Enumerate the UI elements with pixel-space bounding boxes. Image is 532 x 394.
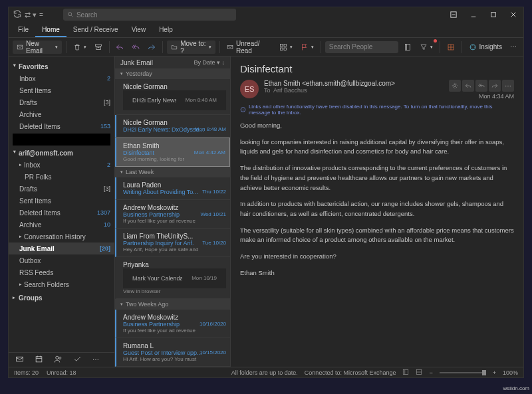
close-button[interactable] <box>503 7 523 22</box>
message-item[interactable]: Nicole GormanDH2i Early News: DxOdysse..… <box>115 115 230 138</box>
list-group[interactable]: Yesterday <box>115 68 230 79</box>
zoom-out[interactable]: − <box>429 369 432 376</box>
reply-button[interactable] <box>113 41 126 54</box>
reply-all-action[interactable] <box>475 80 487 92</box>
zoom-in[interactable]: + <box>493 369 496 376</box>
addin-button[interactable] <box>444 41 458 54</box>
to-label: To <box>264 87 271 94</box>
tab-file[interactable]: File <box>11 22 35 37</box>
sort-control[interactable]: By Date ▾ ↓ <box>194 59 225 66</box>
archive-icon <box>94 43 102 51</box>
nav-item-outbox[interactable]: Outbox <box>9 254 114 266</box>
sync-icon[interactable] <box>13 9 22 20</box>
svg-rect-19 <box>404 369 409 374</box>
sun-button[interactable] <box>449 80 461 92</box>
nav-header-account[interactable]: ▸arif@onmsft.com <box>9 147 114 159</box>
nav-item-rss[interactable]: RSS Feeds <box>9 266 114 278</box>
forward-button[interactable] <box>145 41 158 54</box>
nav-account-block[interactable] <box>13 134 110 146</box>
nav-item-fav-inbox[interactable]: Inbox2 <box>9 72 114 84</box>
delete-button[interactable]: ▾ <box>70 41 89 54</box>
forward-action[interactable] <box>489 80 501 92</box>
message-item[interactable]: Andrew MoskowitzBusiness PartnershipIf y… <box>115 310 230 338</box>
nav-item-deleted[interactable]: Deleted Items1307 <box>9 207 114 219</box>
nav-item-fav-archive[interactable]: Archive <box>9 108 114 120</box>
body-paragraph: Are you interested in cooperation? <box>240 252 514 262</box>
global-search[interactable] <box>63 9 236 21</box>
mail-module-icon[interactable] <box>15 355 24 365</box>
msg-date: Thu 10/22 <box>202 189 226 195</box>
nav-item-sent[interactable]: Sent Items <box>9 195 114 207</box>
new-email-label: New Email <box>26 40 53 54</box>
tab-help[interactable]: Help <box>152 22 180 37</box>
tab-view[interactable]: View <box>125 22 153 37</box>
global-search-input[interactable] <box>76 11 232 19</box>
more-commands[interactable]: ⋯ <box>507 41 519 54</box>
unread-read-button[interactable]: Unread/ Read <box>224 41 274 54</box>
body-paragraph: Good morning, <box>240 121 514 131</box>
nav-item-drafts[interactable]: Drafts[3] <box>9 183 114 195</box>
more-modules-icon[interactable]: ⋯ <box>92 356 99 363</box>
nav-header-favorites[interactable]: ▸Favorites <box>9 60 114 72</box>
chevron-down-icon: ▾ <box>209 45 211 50</box>
ribbon-options-icon[interactable] <box>444 7 464 22</box>
msg-preview: Hey Arif, Hope you are safe and <box>123 246 226 252</box>
list-group[interactable]: Two Weeks Ago <box>115 299 230 310</box>
categorize-button[interactable]: ▾ <box>277 41 295 54</box>
list-group[interactable]: Last Week <box>115 167 230 177</box>
reply-action[interactable] <box>462 80 474 92</box>
svg-rect-4 <box>95 45 101 47</box>
nav-item-fav-sent[interactable]: Sent Items <box>9 84 114 96</box>
nav-item-junk-email[interactable]: Junk Email[20] <box>9 243 114 254</box>
msg-preview: If you feel like your ad revenue <box>123 328 226 334</box>
msg-from: Nicole Gorman <box>123 83 226 90</box>
message-item[interactable]: Nicole GormanDH2i Early News: DxOdyssey … <box>115 79 230 115</box>
nav-item-fav-deleted[interactable]: Deleted Items153 <box>9 120 114 132</box>
nav-item-archive[interactable]: Archive10 <box>9 219 114 231</box>
msg-date: Mon 8:48 AM <box>176 90 226 110</box>
nav-item-fav-drafts[interactable]: Drafts[3] <box>9 96 114 108</box>
filter-button[interactable]: ▾ <box>417 41 436 54</box>
message-item[interactable]: Liam From TheUnityS...Partnership Inquir… <box>115 229 230 257</box>
nav-item-search-folders[interactable]: ▸Search Folders <box>9 278 114 290</box>
insights-button[interactable]: Insights <box>466 41 505 54</box>
svg-rect-5 <box>227 45 233 49</box>
more-actions[interactable]: ⋯ <box>502 80 514 92</box>
message-item[interactable]: Laura PadenWriting About Providing To...… <box>115 177 230 200</box>
layout-icon[interactable] <box>402 369 409 377</box>
layout-icon-2[interactable] <box>416 369 422 377</box>
msg-preview: If you feel like your ad revenue <box>123 218 226 224</box>
maximize-button[interactable] <box>483 7 503 22</box>
zoom-slider[interactable] <box>440 372 486 373</box>
follow-up-button[interactable]: ▾ <box>298 41 317 54</box>
msg-date: 10/15/2020 <box>200 349 226 355</box>
nav-pane: ▸Favorites Inbox2 Sent Items Drafts[3] A… <box>9 56 115 367</box>
connect-icon[interactable]: ⇄ ▾ <box>25 11 37 19</box>
calendar-module-icon[interactable] <box>35 355 43 365</box>
address-book-button[interactable] <box>401 41 414 54</box>
message-item[interactable]: Andrew MoskowitzBusiness PartnershipIf y… <box>115 200 230 229</box>
nav-item-conversation-history[interactable]: ▸Conversation History <box>9 231 114 243</box>
svg-rect-6 <box>280 44 283 47</box>
message-item[interactable]: Ethan SmithDisinfectantGood morning, loo… <box>115 138 230 167</box>
archive-button[interactable] <box>92 41 105 54</box>
search-people[interactable] <box>325 41 398 53</box>
msg-preview: Good morning, looking for <box>123 156 225 162</box>
todo-module-icon[interactable] <box>73 355 82 365</box>
minimize-button[interactable] <box>464 7 483 22</box>
menubar: File Home Send / Receive View Help <box>9 22 523 38</box>
message-item[interactable]: Rumana LGuest Post or Interview opp...Hi… <box>115 338 230 367</box>
tab-send-receive[interactable]: Send / Receive <box>66 22 125 37</box>
forward-icon <box>148 43 156 51</box>
msg-date: Wed 10/21 <box>200 211 226 217</box>
nav-item-pr-folks[interactable]: PR Folks <box>9 171 114 183</box>
nav-header-groups[interactable]: ▸Groups <box>9 292 114 304</box>
message-item[interactable]: PriyankaMark Your Calendars to M...View … <box>115 257 230 299</box>
move-to-button[interactable]: Move to: ? ▾ <box>167 41 215 54</box>
reply-all-button[interactable] <box>129 41 142 54</box>
message-envelope: ES Ethan Smith <ethan.smith@fullbizgoal.… <box>240 80 514 100</box>
tab-home[interactable]: Home <box>35 22 66 37</box>
nav-item-inbox[interactable]: ▸Inbox2 <box>9 159 114 171</box>
new-email-button[interactable]: New Email ▾ <box>13 41 62 54</box>
people-module-icon[interactable] <box>54 355 63 365</box>
